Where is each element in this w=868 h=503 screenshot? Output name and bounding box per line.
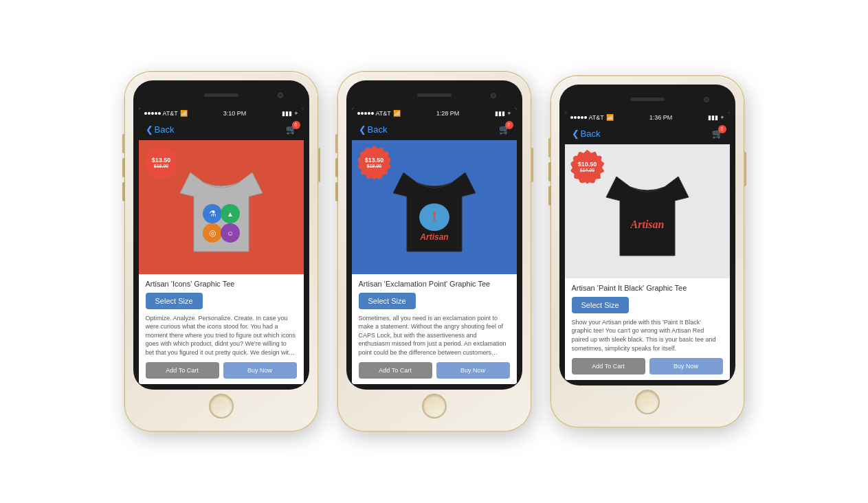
phone-1-top-bar [139,86,304,105]
status-right-2: ▮▮▮ + [495,110,511,117]
product-content-2: Artisan 'Exclamation Point' Graphic Tee … [352,274,517,385]
status-bar-1: AT&T 📶 3:10 PM ▮▮▮ + [139,108,304,119]
cart-button-3[interactable]: 🛒 0 [712,128,723,139]
phone-3-inner: AT&T 📶 1:36 PM ▮▮▮ + ❮ Back 🛒 [559,85,735,385]
dot [144,112,147,115]
select-size-button-1[interactable]: Select Size [146,293,203,309]
cart-button-1[interactable]: 🛒 0 [286,124,297,135]
home-button-3[interactable] [635,390,660,414]
camera-2 [491,93,496,98]
chevron-left-icon-3: ❮ [572,128,579,139]
product-image-3: $10.50 $14.00 Artisan [565,144,730,278]
action-buttons-2: Add To Cart Buy Now [359,362,510,379]
price-old-1: $18.00 [154,164,168,168]
status-bar-2: AT&T 📶 1:28 PM ▮▮▮ + [352,108,517,119]
action-buttons-3: Add To Cart Buy Now [572,358,723,375]
price-new-3: $10.50 [578,161,597,168]
status-bar-3: AT&T 📶 1:36 PM ▮▮▮ + [565,112,730,123]
cart-button-2[interactable]: 🛒 0 [499,124,510,135]
buy-now-button-1[interactable]: Buy Now [223,362,297,379]
dot [357,112,360,115]
product-image-2: $13.50 $18.00 ! Artisan [352,140,517,274]
price-badge-1: $13.50 $18.00 [144,146,179,180]
buy-now-button-2[interactable]: Buy Now [436,362,510,379]
battery-plus-1: + [294,110,298,117]
dot [570,116,573,119]
product-desc-1: Optimize. Analyze. Personalize. Create. … [146,314,297,357]
dot [371,112,374,115]
dot [151,112,154,115]
dot [574,116,577,119]
dot [155,112,157,115]
product-title-1: Artisan 'Icons' Graphic Tee [146,280,297,288]
chevron-left-icon-1: ❮ [146,124,153,135]
time-1: 3:10 PM [223,110,247,117]
add-to-cart-button-2[interactable]: Add To Cart [359,362,432,379]
add-to-cart-button-3[interactable]: Add To Cart [572,358,645,375]
price-old-3: $14.00 [580,168,594,172]
back-label-3: Back [581,128,601,139]
camera-3 [704,97,709,102]
phone-3-screen: AT&T 📶 1:36 PM ▮▮▮ + ❮ Back 🛒 [565,112,730,380]
status-left-3: AT&T 📶 [570,114,614,121]
product-image-1: $13.50 $18.00 ⚗ ▲ [139,140,304,274]
price-old-2: $18.00 [367,164,381,168]
product-title-2: Artisan 'Exclamation Point' Graphic Tee [359,280,510,288]
phone-2-top-bar [352,86,517,105]
nav-bar-1: ❮ Back 🛒 0 [139,119,304,140]
back-button-1[interactable]: ❮ Back [146,124,175,135]
carrier-2: AT&T [376,110,391,117]
scene: AT&T 📶 3:10 PM ▮▮▮ + ❮ Back [111,58,757,445]
carrier-3: AT&T [589,114,604,121]
dot [364,112,367,115]
svg-text:⚗: ⚗ [208,209,216,219]
battery-3: ▮▮▮ [708,114,718,121]
svg-text:!: ! [432,209,436,224]
svg-text:▲: ▲ [227,210,234,218]
dot [148,112,151,115]
svg-text:Artisan: Artisan [419,232,448,242]
signal-3 [570,116,587,119]
svg-text:☺: ☺ [226,230,233,237]
tshirt-svg-1: ⚗ ▲ ◎ ☺ [177,152,266,262]
phone-1: AT&T 📶 3:10 PM ▮▮▮ + ❮ Back [125,72,318,432]
buy-now-button-3[interactable]: Buy Now [649,358,723,375]
back-button-2[interactable]: ❮ Back [359,124,388,135]
home-button-1[interactable] [209,394,234,418]
chevron-left-icon-2: ❮ [359,124,366,135]
signal-2 [357,112,374,115]
dot [361,112,364,115]
product-content-1: Artisan 'Icons' Graphic Tee Select Size … [139,274,304,385]
action-buttons-1: Add To Cart Buy Now [146,362,297,379]
dot [577,116,580,119]
time-3: 1:36 PM [649,114,673,121]
nav-bar-2: ❮ Back 🛒 0 [352,119,517,140]
wifi-icon-1: 📶 [180,110,188,117]
status-right-1: ▮▮▮ + [282,110,298,117]
product-desc-3: Show your Artisan pride with this 'Paint… [572,318,723,353]
cart-badge-2: 0 [505,121,513,129]
battery-plus-3: + [720,114,724,121]
cart-badge-3: 0 [718,125,726,133]
back-button-3[interactable]: ❮ Back [572,128,601,139]
status-left-1: AT&T 📶 [144,110,188,117]
home-button-2[interactable] [422,394,447,418]
signal-1 [144,112,161,115]
phone-2-screen: AT&T 📶 1:28 PM ▮▮▮ + ❮ Back 🛒 [352,108,517,385]
product-desc-2: Sometimes, all you need is an exclamatio… [359,314,510,357]
tshirt-svg-2: ! Artisan [390,152,479,262]
phone-3: AT&T 📶 1:36 PM ▮▮▮ + ❮ Back 🛒 [551,76,744,427]
product-content-3: Artisan 'Paint It Black' Graphic Tee Sel… [565,278,730,380]
dot [368,112,370,115]
add-to-cart-button-1[interactable]: Add To Cart [146,362,219,379]
dot [581,116,583,119]
phone-3-top-bar [565,90,730,109]
status-right-3: ▮▮▮ + [708,114,724,121]
cart-badge-1: 0 [292,121,300,129]
select-size-button-2[interactable]: Select Size [359,293,416,309]
speaker [204,93,238,97]
nav-bar-3: ❮ Back 🛒 0 [565,123,730,144]
select-size-button-3[interactable]: Select Size [572,297,629,313]
camera [278,93,283,98]
phone-2-inner: AT&T 📶 1:28 PM ▮▮▮ + ❮ Back 🛒 [346,80,522,390]
